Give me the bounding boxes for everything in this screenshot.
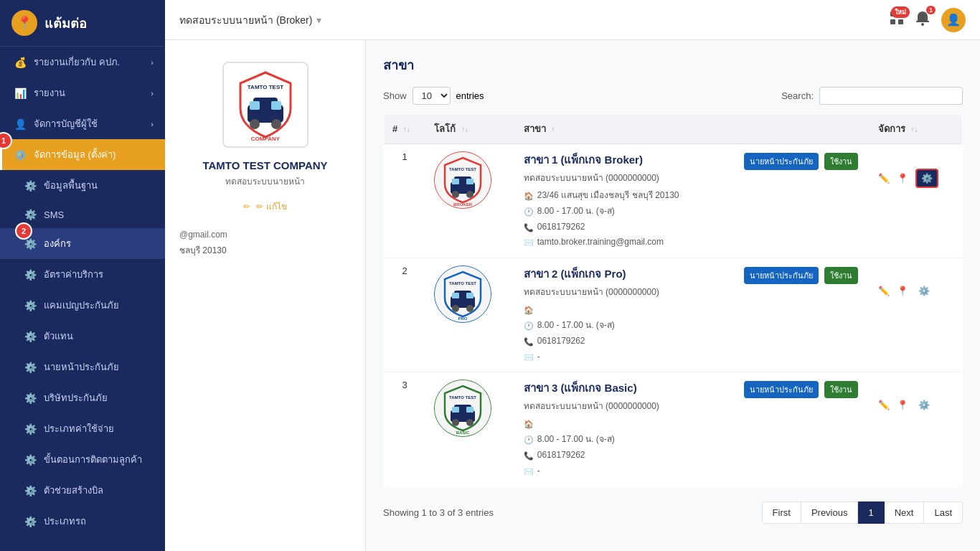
reports-kpj-icon: 💰	[14, 57, 27, 68]
edit-link[interactable]: ✏ ✏ แก้ไข	[243, 199, 286, 213]
sidebar-item-vehicle-types[interactable]: ⚙️ ประเภทรถ	[0, 506, 165, 537]
svg-rect-12	[271, 101, 281, 110]
svg-text:TAMTO TEST: TAMTO TEST	[450, 167, 477, 171]
settings-action-button[interactable]: ⚙️	[915, 169, 938, 188]
edit-action-button[interactable]: ✏️	[878, 286, 890, 296]
table-row: 2 TAMTO TEST PRO สาขา 2 (แพ็กเกจ Pro) ทด…	[384, 258, 963, 372]
sidebar-item-label: แคมเปญประกันภัย	[44, 298, 119, 313]
sidebar-item-label: ตัวช่วยสร้างบิล	[44, 483, 103, 498]
broker-badge: นายหน้าประกันภัย	[744, 153, 819, 170]
sidebar-item-campaigns[interactable]: ⚙️ แคมเปญประกันภัย	[0, 290, 165, 321]
company-info-panel: TAMTO TEST COMPANY TAMTO TEST COMPANY ทด…	[165, 40, 366, 551]
row-number: 2	[384, 258, 426, 372]
current-page-button[interactable]: 1	[858, 501, 884, 524]
branch-info-cell: สาขา 2 (แพ็กเกจ Pro) ทดสอบระบบนายหน้า (0…	[515, 258, 870, 372]
gear-icon: ⚙️	[24, 238, 37, 250]
status-badge: ใช้งาน	[824, 153, 858, 170]
new-notification-badge: ใหม่	[891, 6, 910, 18]
arrow-icon: ›	[151, 58, 154, 67]
sidebar-item-brokers[interactable]: ⚙️ นายหน้าประกันภัย	[0, 352, 165, 382]
branch-actions-cell: ✏️ 📍 ⚙️	[870, 144, 963, 258]
sidebar-item-expense-types[interactable]: ⚙️ ประเภทค่าใช้จ่าย	[0, 413, 165, 444]
location-action-button[interactable]: 📍	[897, 286, 908, 296]
data-mgmt-badge: 1	[0, 132, 12, 149]
svg-point-37	[466, 419, 473, 426]
section-title: สาขา	[383, 55, 963, 75]
table-row: 3 TAMTO TEST BASIC สาขา 3 (แพ็กเกจ Basic…	[384, 372, 963, 486]
sidebar-item-user-mgmt[interactable]: 👤 จัดการบัญชีผู้ใช้ ›	[0, 108, 165, 139]
col-logo: โลโก้ ↑↓	[425, 114, 514, 144]
avatar-icon: 👤	[946, 13, 961, 27]
svg-rect-38	[452, 407, 459, 413]
notification-button[interactable]: 1	[915, 10, 930, 29]
sidebar-item-insurance-cos[interactable]: ⚙️ บริษัทประกันภัย	[0, 382, 165, 413]
entries-label: entries	[456, 90, 484, 101]
status-badge: ใช้งาน	[824, 381, 858, 398]
org-badge: 2	[15, 222, 32, 240]
sidebar-item-label: ขั้นตอนการติดตามลูกค้า	[44, 452, 142, 467]
first-page-button[interactable]: First	[762, 501, 801, 524]
company-info-block: @gmail.com ชลบุรี 20130	[179, 227, 351, 258]
search-area: Search:	[781, 87, 963, 105]
search-label: Search:	[781, 90, 814, 101]
svg-text:BROKER: BROKER	[453, 202, 473, 207]
user-avatar[interactable]: 👤	[941, 8, 966, 32]
sidebar-item-label: บริษัทประกันภัย	[44, 390, 108, 405]
company-logo-container: TAMTO TEST COMPANY	[222, 62, 308, 148]
previous-page-button[interactable]: Previous	[801, 501, 859, 524]
branch-name: สาขา 3 (แพ็กเกจ Basic)	[524, 380, 737, 397]
entries-select[interactable]: 10 25 50	[413, 87, 451, 105]
sidebar-item-label: จัดการบัญชีผู้ใช้	[34, 116, 98, 131]
svg-text:TAMTO TEST: TAMTO TEST	[450, 395, 477, 400]
sidebar-item-label: รายงานเกี่ยวกับ คปภ.	[34, 55, 120, 70]
svg-text:COMPANY: COMPANY	[250, 136, 280, 142]
edit-icon: ✏	[243, 202, 250, 212]
arrow-icon: ›	[151, 120, 154, 128]
sidebar-item-agents[interactable]: ⚙️ ตัวแทน	[0, 321, 165, 352]
gear-icon: ⚙️	[24, 485, 37, 496]
gear-icon: ⚙️	[24, 516, 37, 527]
grid-button[interactable]: ใหม่	[890, 11, 904, 29]
sidebar-item-reports[interactable]: 📊 รายงาน ›	[0, 77, 165, 108]
sidebar-item-follow-steps[interactable]: ⚙️ ขั้นตอนการติดตามลูกค้า	[0, 444, 165, 475]
company-address: ชลบุรี 20130	[179, 243, 351, 259]
branch-logo-svg: TAMTO TEST PRO	[435, 266, 491, 322]
svg-point-27	[452, 305, 459, 312]
sidebar-item-label: จัดการข้อมูล (ตั้งค่า)	[34, 147, 116, 162]
svg-point-18	[452, 191, 459, 198]
row-number: 1	[384, 144, 426, 258]
sidebar-item-data-mgmt[interactable]: ⚙️ จัดการข้อมูล (ตั้งค่า) 1	[0, 139, 165, 170]
sidebar-item-reports-kpj[interactable]: 💰 รายงานเกี่ยวกับ คปภ. ›	[0, 47, 165, 77]
settings-action-button[interactable]: ⚙️	[915, 397, 933, 413]
svg-point-28	[466, 305, 473, 312]
branch-info-cell: สาขา 1 (แพ็กเกจ Broker) ทดสอบระบบนายหน้า…	[515, 144, 870, 258]
sidebar-logo[interactable]: 📍 แต้มต่อ	[0, 0, 165, 47]
pagination-area: Showing 1 to 3 of 3 entries First Previo…	[383, 499, 963, 527]
edit-action-button[interactable]: ✏️	[878, 173, 890, 184]
next-page-button[interactable]: Next	[885, 501, 925, 524]
branch-name: สาขา 1 (แพ็กเกจ Broker)	[524, 151, 737, 169]
sidebar-item-org[interactable]: ⚙️ องค์กร 2	[0, 228, 165, 259]
sidebar-item-bill-helper[interactable]: ⚙️ ตัวช่วยสร้างบิล	[0, 475, 165, 506]
sidebar-item-rates[interactable]: ⚙️ อัตราค่าบริการ	[0, 259, 165, 290]
location-action-button[interactable]: 📍	[897, 400, 908, 410]
gear-icon: ⚙️	[24, 300, 37, 311]
sidebar-item-basic-info[interactable]: ⚙️ ข้อมูลพื้นฐาน	[0, 170, 165, 201]
svg-rect-30	[466, 293, 473, 298]
settings-action-button[interactable]: ⚙️	[915, 283, 933, 299]
breadcrumb-arrow: ▾	[316, 14, 321, 26]
reports-icon: 📊	[14, 88, 27, 99]
location-action-button[interactable]: 📍	[897, 173, 908, 184]
branch-actions-cell: ✏️ 📍 ⚙️	[870, 258, 963, 372]
svg-text:PRO: PRO	[458, 316, 468, 321]
branches-table: # ↑↓ โลโก้ ↑↓ สาขา ↑ จัดการ ↑↓ 1 TA	[383, 113, 963, 487]
broker-badge: นายหน้าประกันภัย	[744, 267, 819, 284]
branch-actions-cell: ✏️ 📍 ⚙️	[870, 372, 963, 486]
sidebar-item-label: นายหน้าประกันภัย	[44, 359, 119, 375]
last-page-button[interactable]: Last	[924, 501, 963, 524]
bell-badge: 1	[926, 6, 936, 14]
search-input[interactable]	[819, 87, 963, 105]
branch-logo: TAMTO TEST PRO	[434, 265, 491, 323]
svg-text:📍: 📍	[17, 15, 33, 31]
edit-action-button[interactable]: ✏️	[878, 400, 890, 410]
